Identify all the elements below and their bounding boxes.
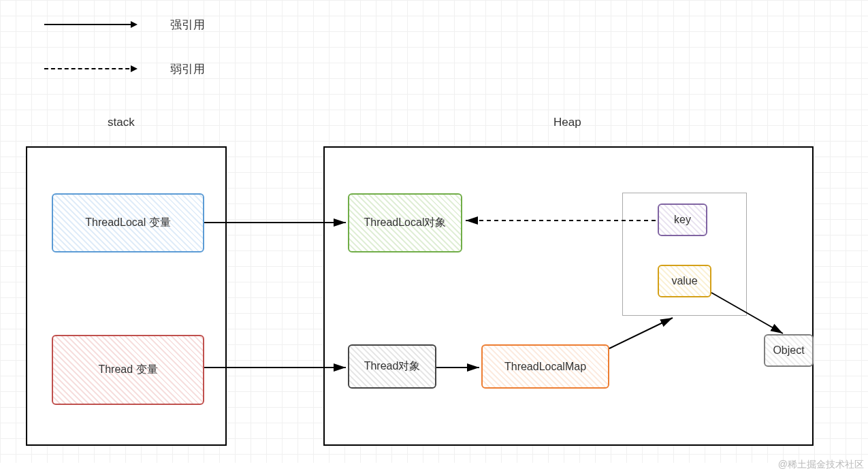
object-label: Object <box>773 344 804 357</box>
threadlocalmap-label: ThreadLocalMap <box>504 361 586 373</box>
value-node: value <box>658 265 711 297</box>
stack-title: stack <box>108 116 135 129</box>
key-node: key <box>658 203 707 236</box>
threadlocal-variable-label: ThreadLocal 变量 <box>85 216 170 230</box>
legend-weak-label: 弱引用 <box>170 61 205 77</box>
thread-object-node: Thread对象 <box>348 344 436 389</box>
thread-object-label: Thread对象 <box>364 359 421 374</box>
thread-variable-node: Thread 变量 <box>52 335 204 405</box>
heap-title: Heap <box>553 116 581 129</box>
object-node: Object <box>764 334 814 367</box>
threadlocal-variable-node: ThreadLocal 变量 <box>52 193 204 252</box>
legend-strong-label: 强引用 <box>170 17 205 33</box>
legend-strong-arrow <box>44 24 136 25</box>
legend-weak-arrow <box>44 68 136 69</box>
threadlocal-object-node: ThreadLocal对象 <box>348 193 462 252</box>
watermark: @稀土掘金技术社区 <box>778 459 864 471</box>
threadlocal-object-label: ThreadLocal对象 <box>364 216 447 230</box>
threadlocalmap-node: ThreadLocalMap <box>481 344 609 389</box>
value-label: value <box>671 275 697 287</box>
key-label: key <box>674 214 691 226</box>
thread-variable-label: Thread 变量 <box>98 363 157 377</box>
